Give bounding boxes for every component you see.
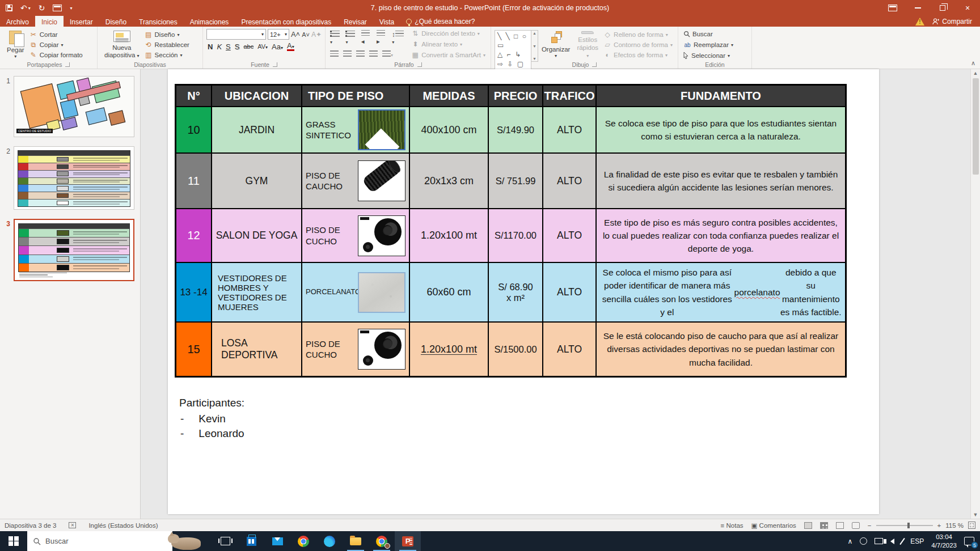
cell-trafico[interactable]: ALTO: [543, 263, 595, 321]
header-tipo[interactable]: TIPO DE PISO: [302, 86, 409, 106]
shrink-font-button[interactable]: A˅: [302, 31, 310, 38]
scroll-down-arrow[interactable]: ▼: [973, 512, 978, 518]
cell-trafico[interactable]: ALTO: [543, 323, 595, 376]
text-direction-button[interactable]: ⇅Dirección del texto▾: [409, 29, 487, 38]
justify-button[interactable]: [369, 50, 378, 58]
reading-view-button[interactable]: [836, 522, 844, 529]
cell-fundamento[interactable]: Se le está colocando piso de caucho para…: [597, 323, 845, 376]
cell-precio[interactable]: S/1500.00: [489, 323, 542, 376]
chrome-button[interactable]: [290, 531, 316, 551]
cell-num[interactable]: 12: [176, 209, 211, 262]
clear-formatting-button[interactable]: A✦: [311, 31, 322, 39]
rubber-roll-image[interactable]: [358, 160, 405, 201]
shapes-gallery-scroll[interactable]: ▲▼▼: [531, 30, 538, 62]
cell-fundamento[interactable]: La finalidad de este piso es evitar que …: [597, 154, 845, 208]
cell-fundamento[interactable]: Se coloca ese tipo de piso para que los …: [597, 107, 845, 152]
cell-medidas[interactable]: 1.20x100 mt: [410, 209, 488, 262]
cell-medidas[interactable]: 20x1x3 cm: [410, 154, 488, 208]
foam-roll-image[interactable]: [358, 215, 405, 256]
cell-precio[interactable]: S/ 751.99: [489, 154, 542, 208]
format-painter-button[interactable]: ✎Copiar formato: [28, 50, 85, 60]
volume-icon[interactable]: [890, 539, 894, 544]
character-spacing-button[interactable]: AV▾: [257, 43, 268, 50]
font-color-button[interactable]: A▾: [287, 42, 294, 51]
slide-2-thumbnail[interactable]: [14, 146, 134, 210]
zoom-in-button[interactable]: +: [937, 522, 941, 529]
shape-effects-button[interactable]: ◐Efectos de forma▾: [602, 50, 674, 60]
tab-presentacion[interactable]: Presentación con diapositivas: [235, 16, 337, 27]
slide-3-editor[interactable]: N° UBICACION TIPO DE PISO MEDIDAS PRECIO…: [168, 69, 879, 514]
cell-medidas[interactable]: 400x100 cm: [410, 107, 488, 152]
tab-revisar[interactable]: Revisar: [337, 16, 373, 27]
cell-trafico[interactable]: ALTO: [543, 107, 595, 152]
cell-tipo[interactable]: PISO DE CAUCHO: [302, 154, 409, 208]
fit-slide-to-window-button[interactable]: [968, 522, 975, 529]
cell-ubicacion[interactable]: GYM: [212, 154, 301, 208]
zoom-slider[interactable]: [876, 525, 933, 526]
edge-button[interactable]: [316, 531, 343, 551]
cell-tipo[interactable]: PISO DE CUCHO: [302, 323, 409, 376]
font-name-select[interactable]: ▾: [206, 29, 266, 40]
select-button[interactable]: Seleccionar▾: [682, 52, 735, 60]
cell-num[interactable]: 15: [176, 323, 211, 376]
tab-insertar[interactable]: Insertar: [64, 16, 99, 27]
tablet-mode-icon[interactable]: [860, 537, 867, 545]
tab-archivo[interactable]: Archivo: [0, 16, 35, 27]
comments-toggle[interactable]: ▣ Comentarios: [751, 522, 796, 529]
powerpoint-taskbar-button[interactable]: P: [395, 531, 421, 551]
taskbar-search-box[interactable]: Buscar: [27, 531, 172, 551]
cell-trafico[interactable]: ALTO: [543, 209, 595, 262]
normal-view-button[interactable]: [804, 522, 812, 529]
slide-sorter-view-button[interactable]: [820, 522, 828, 529]
header-fundamento[interactable]: FUNDAMENTO: [597, 86, 845, 106]
cell-num[interactable]: 13 -14: [176, 263, 211, 321]
zoom-slider-thumb[interactable]: [907, 523, 910, 528]
dialog-launcher-icon[interactable]: [65, 62, 70, 67]
cell-precio[interactable]: S/ 68.90 x m²: [489, 263, 542, 321]
align-text-button[interactable]: ⬍Alinear texto▾: [409, 40, 487, 49]
line-spacing-button[interactable]: ↕▾: [392, 31, 405, 45]
redo-button[interactable]: ↻: [39, 3, 45, 12]
ribbon-display-options-button[interactable]: [880, 0, 905, 16]
cell-ubicacion[interactable]: SALON DE YOGA: [212, 209, 301, 262]
cell-medidas[interactable]: 1.20x100 mt: [410, 323, 488, 376]
cell-medidas[interactable]: 60x60 cm: [410, 263, 488, 321]
share-button[interactable]: Compartir: [932, 18, 972, 26]
strikethrough-button[interactable]: abc: [243, 43, 254, 50]
file-explorer-button[interactable]: [343, 531, 369, 551]
cut-button[interactable]: ✂Cortar: [28, 30, 85, 39]
close-button[interactable]: ×: [955, 0, 980, 16]
tell-me-box[interactable]: ¿Qué desea hacer?: [400, 16, 480, 27]
slide-1-thumbnail[interactable]: CENTRO DE ESTUDIO: [14, 76, 134, 137]
cell-tipo[interactable]: PORCELANATO: [302, 263, 409, 321]
cell-fundamento[interactable]: Se coloca el mismo piso para así poder i…: [597, 263, 845, 321]
tab-transiciones[interactable]: Transiciones: [133, 16, 184, 27]
save-button[interactable]: [6, 5, 12, 11]
collapse-ribbon-button[interactable]: ∧: [971, 60, 975, 67]
tray-expand-chevron[interactable]: ∧: [847, 537, 852, 545]
italic-button[interactable]: K: [217, 43, 222, 51]
slide-3-thumbnail[interactable]: [14, 219, 134, 281]
align-right-button[interactable]: [356, 50, 365, 58]
start-slideshow-button[interactable]: [53, 5, 62, 11]
tab-vista[interactable]: Vista: [373, 16, 400, 27]
columns-button[interactable]: ▾: [382, 50, 393, 58]
cell-fundamento[interactable]: Este tipo de piso es más seguro contra p…: [597, 209, 845, 262]
bold-button[interactable]: N: [208, 43, 213, 51]
cell-precio[interactable]: S/149.90: [489, 107, 542, 152]
undo-button[interactable]: ↶▾: [20, 3, 31, 12]
header-trafico[interactable]: TRAFICO: [543, 86, 595, 106]
tab-diseno[interactable]: Diseño: [99, 16, 133, 27]
text-shadow-button[interactable]: S: [235, 43, 240, 51]
shape-outline-button[interactable]: ▱Contorno de forma▾: [602, 40, 674, 49]
section-button[interactable]: ▥Sección▾: [143, 50, 191, 60]
participants-block[interactable]: Participantes: -Kevin -Leonardo: [179, 397, 244, 440]
bullets-button[interactable]: ▾: [330, 31, 341, 45]
layout-button[interactable]: ▤Diseño▾: [143, 30, 191, 39]
dialog-launcher-icon[interactable]: [273, 62, 277, 67]
shape-fill-button[interactable]: ◇Relleno de forma▾: [602, 30, 674, 39]
foam-roll-image[interactable]: [358, 329, 405, 370]
task-view-button[interactable]: [212, 531, 238, 551]
convert-smartart-button[interactable]: ▦Convertir a SmartArt▾: [409, 50, 487, 60]
zoom-level[interactable]: 115 %: [945, 522, 964, 529]
